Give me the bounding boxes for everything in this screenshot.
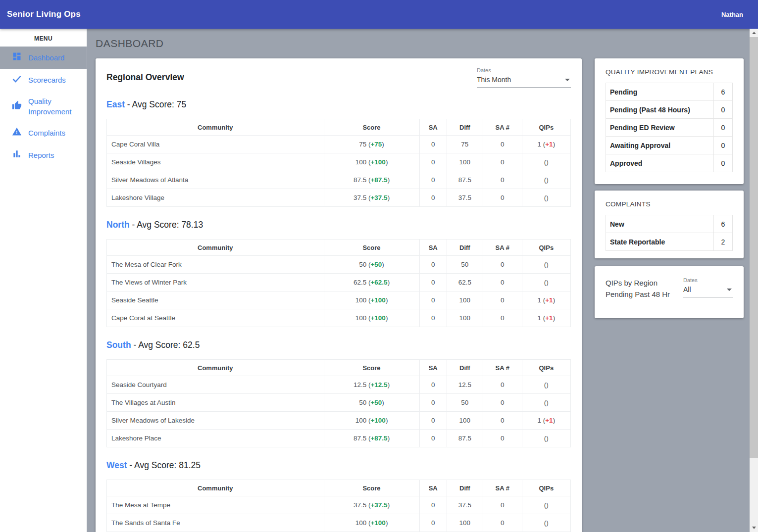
region-heading: South - Avg Score: 62.5 [106, 340, 571, 350]
column-header: SA # [483, 480, 522, 496]
table-header-row: CommunityScoreSADiffSA #QIPs [107, 119, 571, 136]
region-heading: North - Avg Score: 78.13 [106, 220, 571, 230]
diff-cell: 100 [447, 153, 483, 171]
delta-value: +100 [370, 158, 385, 166]
region-link[interactable]: East [106, 99, 125, 109]
sa-num-cell: 0 [483, 309, 522, 327]
delta-value: +87.5 [370, 435, 387, 442]
sa-num-cell: 0 [483, 274, 522, 291]
column-header: SA [419, 119, 447, 136]
sa-cell: 0 [419, 256, 447, 274]
region-link[interactable]: West [106, 460, 127, 470]
score-cell: 50 (+50) [324, 256, 419, 274]
delta-value: +75 [370, 141, 382, 148]
quality-improvement-plans-panel: QUALITY IMPROVEMENT PLANS Pending6Pendin… [595, 58, 744, 184]
delta-value: +1 [545, 314, 553, 322]
community-cell: Seaside Courtyard [107, 376, 324, 394]
table-header-row: CommunityScoreSADiffSA #QIPs [107, 240, 571, 256]
table-row: The Villages at Austin50 (+50)0500() [107, 394, 571, 412]
score-cell: 100 (+100) [324, 514, 419, 532]
sa-num-cell: 0 [483, 291, 522, 309]
community-cell: Cape Coral Villa [107, 136, 324, 153]
qips-cell: () [522, 376, 570, 394]
score-cell: 62.5 (+62.5) [324, 274, 419, 291]
sa-num-cell: 0 [483, 171, 522, 189]
diff-cell: 50 [447, 394, 483, 412]
panel-row-label: Awaiting Approval [606, 137, 714, 154]
regions-container: East - Avg Score: 75CommunityScoreSADiff… [96, 99, 582, 532]
complaints-panel: COMPLAINTS New6State Reportable2 [595, 191, 744, 258]
column-header: Score [324, 360, 419, 376]
region-section: South - Avg Score: 62.5CommunityScoreSAD… [106, 340, 571, 447]
qips-region-title-line1: QIPs by Region [606, 277, 670, 289]
community-cell: Lakeshore Place [107, 430, 324, 447]
score-cell: 100 (+100) [324, 291, 419, 309]
score-cell: 87.5 (+87.5) [324, 171, 419, 189]
diff-cell: 87.5 [447, 430, 483, 447]
sa-cell: 0 [419, 309, 447, 327]
sidebar-item-label: Reports [28, 150, 54, 160]
qips-cell: () [522, 189, 570, 207]
score-cell: 75 (+75) [324, 136, 419, 153]
region-table: CommunityScoreSADiffSA #QIPsCape Coral V… [106, 119, 571, 207]
dates-select[interactable]: Dates This Month [477, 67, 571, 88]
qips-cell: () [522, 430, 570, 447]
delta-value: +50 [370, 261, 382, 268]
sidebar-item-dashboard[interactable]: Dashboard [0, 47, 87, 69]
scroll-up-button[interactable] [750, 29, 758, 37]
sidebar: MENU Dashboard Scorecards Quality Improv… [0, 29, 87, 532]
delta-value: +100 [370, 296, 385, 304]
sidebar-item-complaints[interactable]: Complaints [0, 122, 87, 144]
warning-icon [12, 127, 22, 139]
sidebar-item-quality-improvement[interactable]: Quality Improvement [0, 91, 87, 122]
column-header: QIPs [522, 360, 570, 376]
user-menu[interactable]: Nathan [721, 11, 743, 18]
scrollbar-thumb[interactable] [750, 37, 758, 458]
qips-cell: () [522, 274, 570, 291]
panel-row-label: Pending (Past 48 Hours) [606, 101, 714, 119]
sa-cell: 0 [419, 153, 447, 171]
column-header: SA [419, 360, 447, 376]
sa-cell: 0 [419, 291, 447, 309]
panel-row-value: 0 [714, 101, 733, 119]
sa-num-cell: 0 [483, 430, 522, 447]
score-cell: 37.5 (+37.5) [324, 496, 419, 514]
check-icon [12, 74, 22, 86]
region-table: CommunityScoreSADiffSA #QIPsThe Mesa of … [106, 239, 571, 327]
scroll-down-button[interactable] [750, 524, 758, 532]
community-cell: The Mesa of Clear Fork [107, 256, 324, 274]
column-header: QIPs [522, 119, 570, 136]
table-row: The Mesa of Clear Fork50 (+50)0500() [107, 256, 571, 274]
delta-value: +100 [370, 314, 385, 322]
sidebar-item-label: Quality Improvement [28, 96, 76, 117]
region-dates-select[interactable]: Dates All [683, 277, 733, 297]
table-row: Silver Meadows of Atlanta87.5 (+87.5)087… [107, 171, 571, 189]
sa-num-cell: 0 [483, 376, 522, 394]
diff-cell: 100 [447, 514, 483, 532]
panel-row-label: New [606, 215, 714, 233]
column-header: SA # [483, 240, 522, 256]
bar-chart-icon [12, 149, 22, 161]
community-cell: Silver Meadows of Lakeside [107, 412, 324, 430]
diff-cell: 12.5 [447, 376, 483, 394]
panel-row-value: 0 [714, 119, 733, 137]
region-link[interactable]: North [106, 220, 130, 230]
vertical-scrollbar[interactable] [750, 29, 758, 532]
column-header: SA # [483, 360, 522, 376]
table-header-row: CommunityScoreSADiffSA #QIPs [107, 360, 571, 376]
panel-row-value: 0 [714, 154, 733, 172]
sa-num-cell: 0 [483, 514, 522, 532]
table-row: Seaside Seattle100 (+100)010001 (+1) [107, 291, 571, 309]
panel-row: Awaiting Approval0 [606, 137, 733, 154]
qips-cell: () [522, 514, 570, 532]
sidebar-item-scorecards[interactable]: Scorecards [0, 69, 87, 91]
score-cell: 100 (+100) [324, 412, 419, 430]
sa-num-cell: 0 [483, 412, 522, 430]
score-cell: 87.5 (+87.5) [324, 430, 419, 447]
table-row: Seaside Courtyard12.5 (+12.5)012.50() [107, 376, 571, 394]
panel-row: Pending6 [606, 83, 733, 101]
thumb-up-icon [12, 100, 22, 113]
region-link[interactable]: South [106, 340, 131, 350]
sidebar-item-reports[interactable]: Reports [0, 144, 87, 166]
table-header-row: CommunityScoreSADiffSA #QIPs [107, 480, 571, 496]
